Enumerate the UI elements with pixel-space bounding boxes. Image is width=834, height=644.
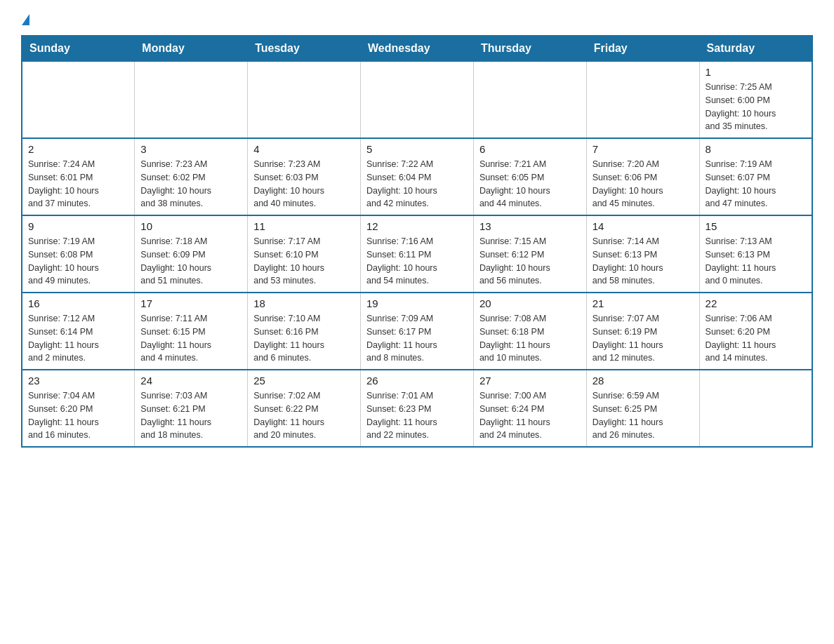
calendar-cell: 18Sunrise: 7:10 AM Sunset: 6:16 PM Dayli… [248,293,361,370]
logo-triangle-icon [22,14,29,25]
day-info: Sunrise: 7:02 AM Sunset: 6:22 PM Dayligh… [253,389,355,442]
col-monday: Monday [135,36,248,61]
calendar-cell: 28Sunrise: 6:59 AM Sunset: 6:25 PM Dayli… [586,370,699,447]
day-number: 2 [28,143,128,155]
day-number: 16 [28,297,128,309]
day-number: 8 [706,143,806,155]
calendar-cell: 24Sunrise: 7:03 AM Sunset: 6:21 PM Dayli… [135,370,248,447]
calendar-cell: 6Sunrise: 7:21 AM Sunset: 6:05 PM Daylig… [473,138,586,215]
col-wednesday: Wednesday [361,36,474,61]
calendar-week-row: 16Sunrise: 7:12 AM Sunset: 6:14 PM Dayli… [22,293,812,370]
calendar-cell: 3Sunrise: 7:23 AM Sunset: 6:02 PM Daylig… [135,138,248,215]
calendar-cell: 4Sunrise: 7:23 AM Sunset: 6:03 PM Daylig… [248,138,361,215]
day-info: Sunrise: 7:25 AM Sunset: 6:00 PM Dayligh… [706,81,806,133]
day-number: 23 [28,375,128,387]
calendar-cell: 13Sunrise: 7:15 AM Sunset: 6:12 PM Dayli… [473,215,586,293]
calendar-cell: 19Sunrise: 7:09 AM Sunset: 6:17 PM Dayli… [361,293,474,370]
col-sunday: Sunday [22,36,135,61]
day-number: 27 [479,375,581,387]
calendar-cell: 15Sunrise: 7:13 AM Sunset: 6:13 PM Dayli… [699,215,812,293]
calendar-cell: 17Sunrise: 7:11 AM Sunset: 6:15 PM Dayli… [135,293,248,370]
day-number: 7 [593,143,694,155]
calendar-cell: 10Sunrise: 7:18 AM Sunset: 6:09 PM Dayli… [135,215,248,293]
day-info: Sunrise: 7:10 AM Sunset: 6:16 PM Dayligh… [253,312,355,365]
day-info: Sunrise: 7:01 AM Sunset: 6:23 PM Dayligh… [366,389,468,442]
day-info: Sunrise: 7:17 AM Sunset: 6:10 PM Dayligh… [253,235,355,288]
calendar-week-row: 9Sunrise: 7:19 AM Sunset: 6:08 PM Daylig… [22,215,812,293]
day-number: 12 [366,220,468,232]
calendar-week-row: 1Sunrise: 7:25 AM Sunset: 6:00 PM Daylig… [22,61,812,138]
day-number: 5 [366,143,468,155]
day-number: 15 [706,220,806,232]
day-info: Sunrise: 7:09 AM Sunset: 6:17 PM Dayligh… [366,312,468,365]
calendar-cell: 1Sunrise: 7:25 AM Sunset: 6:00 PM Daylig… [699,61,812,138]
day-info: Sunrise: 7:21 AM Sunset: 6:05 PM Dayligh… [479,158,581,210]
day-number: 10 [140,220,241,232]
calendar-cell: 12Sunrise: 7:16 AM Sunset: 6:11 PM Dayli… [361,215,474,293]
day-number: 9 [28,220,128,232]
calendar-cell [22,61,135,138]
day-number: 11 [253,220,355,232]
day-info: Sunrise: 7:15 AM Sunset: 6:12 PM Dayligh… [479,235,581,288]
calendar-cell: 21Sunrise: 7:07 AM Sunset: 6:19 PM Dayli… [586,293,699,370]
day-info: Sunrise: 7:04 AM Sunset: 6:20 PM Dayligh… [28,389,128,442]
calendar-cell: 7Sunrise: 7:20 AM Sunset: 6:06 PM Daylig… [586,138,699,215]
col-thursday: Thursday [473,36,586,61]
calendar-cell: 9Sunrise: 7:19 AM Sunset: 6:08 PM Daylig… [22,215,135,293]
day-number: 22 [706,297,806,309]
calendar-cell: 16Sunrise: 7:12 AM Sunset: 6:14 PM Dayli… [22,293,135,370]
calendar-cell: 25Sunrise: 7:02 AM Sunset: 6:22 PM Dayli… [248,370,361,447]
day-info: Sunrise: 7:23 AM Sunset: 6:02 PM Dayligh… [140,158,241,210]
day-info: Sunrise: 7:20 AM Sunset: 6:06 PM Dayligh… [593,158,694,210]
calendar-cell [361,61,474,138]
day-number: 21 [593,297,694,309]
calendar-week-row: 23Sunrise: 7:04 AM Sunset: 6:20 PM Dayli… [22,370,812,447]
calendar-cell: 27Sunrise: 7:00 AM Sunset: 6:24 PM Dayli… [473,370,586,447]
day-info: Sunrise: 7:11 AM Sunset: 6:15 PM Dayligh… [140,312,241,365]
day-info: Sunrise: 7:07 AM Sunset: 6:19 PM Dayligh… [593,312,694,365]
calendar-cell: 8Sunrise: 7:19 AM Sunset: 6:07 PM Daylig… [699,138,812,215]
day-info: Sunrise: 6:59 AM Sunset: 6:25 PM Dayligh… [593,389,694,442]
calendar-cell [699,370,812,447]
day-info: Sunrise: 7:22 AM Sunset: 6:04 PM Dayligh… [366,158,468,210]
day-info: Sunrise: 7:18 AM Sunset: 6:09 PM Dayligh… [140,235,241,288]
day-number: 1 [706,66,806,78]
day-number: 3 [140,143,241,155]
col-saturday: Saturday [699,36,812,61]
calendar-cell: 11Sunrise: 7:17 AM Sunset: 6:10 PM Dayli… [248,215,361,293]
calendar-cell [473,61,586,138]
calendar-cell: 14Sunrise: 7:14 AM Sunset: 6:13 PM Dayli… [586,215,699,293]
calendar-cell: 22Sunrise: 7:06 AM Sunset: 6:20 PM Dayli… [699,293,812,370]
day-number: 25 [253,375,355,387]
day-info: Sunrise: 7:24 AM Sunset: 6:01 PM Dayligh… [28,158,128,210]
day-info: Sunrise: 7:19 AM Sunset: 6:07 PM Dayligh… [706,158,806,210]
day-number: 17 [140,297,241,309]
calendar-cell: 20Sunrise: 7:08 AM Sunset: 6:18 PM Dayli… [473,293,586,370]
day-info: Sunrise: 7:12 AM Sunset: 6:14 PM Dayligh… [28,312,128,365]
col-friday: Friday [586,36,699,61]
day-number: 13 [479,220,581,232]
day-info: Sunrise: 7:00 AM Sunset: 6:24 PM Dayligh… [479,389,581,442]
calendar-cell [586,61,699,138]
calendar-cell: 2Sunrise: 7:24 AM Sunset: 6:01 PM Daylig… [22,138,135,215]
day-info: Sunrise: 7:19 AM Sunset: 6:08 PM Dayligh… [28,235,128,288]
day-number: 26 [366,375,468,387]
page-header [21,14,813,24]
day-number: 19 [366,297,468,309]
day-info: Sunrise: 7:16 AM Sunset: 6:11 PM Dayligh… [366,235,468,288]
day-number: 20 [479,297,581,309]
day-info: Sunrise: 7:06 AM Sunset: 6:20 PM Dayligh… [706,312,806,365]
calendar-cell: 5Sunrise: 7:22 AM Sunset: 6:04 PM Daylig… [361,138,474,215]
calendar-table: Sunday Monday Tuesday Wednesday Thursday… [21,35,813,448]
day-info: Sunrise: 7:08 AM Sunset: 6:18 PM Dayligh… [479,312,581,365]
calendar-cell [135,61,248,138]
day-number: 28 [593,375,694,387]
day-info: Sunrise: 7:23 AM Sunset: 6:03 PM Dayligh… [253,158,355,210]
calendar-week-row: 2Sunrise: 7:24 AM Sunset: 6:01 PM Daylig… [22,138,812,215]
day-number: 6 [479,143,581,155]
calendar-cell [248,61,361,138]
day-number: 4 [253,143,355,155]
day-number: 24 [140,375,241,387]
logo [21,14,29,24]
calendar-cell: 26Sunrise: 7:01 AM Sunset: 6:23 PM Dayli… [361,370,474,447]
